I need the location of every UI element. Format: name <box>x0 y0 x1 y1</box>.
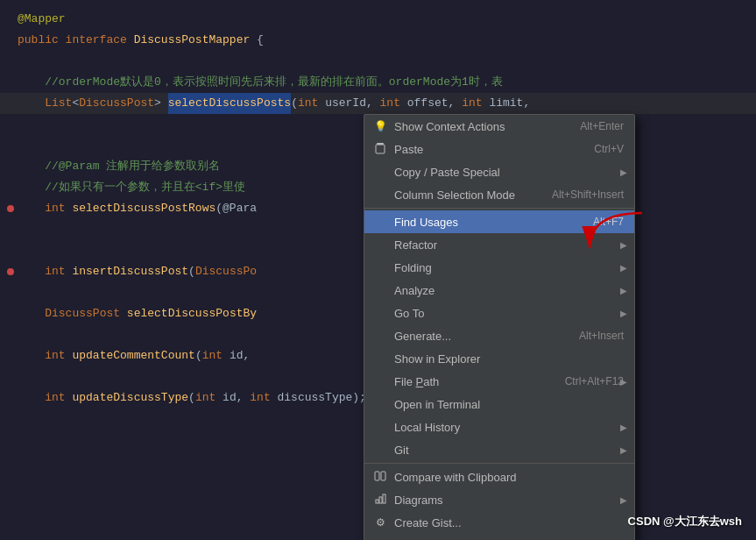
svg-rect-6 <box>383 494 385 503</box>
menu-label-column-selection: Column Selection Mode <box>394 188 545 202</box>
code-line-2: public interface DiscussPostMapper { <box>0 30 756 51</box>
menu-label-compare-clipboard: Compare with Clipboard <box>394 471 624 484</box>
menu-label-generate: Generate... <box>394 330 572 343</box>
code-line-5: List < DiscussPost > selectDiscussPosts … <box>0 93 756 114</box>
menu-label-local-history: Local History <box>394 421 624 434</box>
menu-label-git: Git <box>394 444 624 457</box>
menu-shortcut-paste: Ctrl+V <box>594 143 624 155</box>
menu-item-diagrams[interactable]: Diagrams <box>364 488 634 511</box>
menu-label-go-to: Go To <box>394 307 624 320</box>
menu-item-file-path[interactable]: File Path Ctrl+Alt+F12 <box>364 370 634 393</box>
red-arrow-annotation <box>581 209 651 257</box>
code-line-1: @Mapper <box>0 9 756 30</box>
svg-rect-5 <box>379 497 382 503</box>
code-line-4: //orderMode默认是0，表示按照时间先后来排，最新的排在前面。order… <box>0 72 756 93</box>
menu-label-create-gist: Create Gist... <box>394 516 624 529</box>
paste-icon <box>371 142 389 157</box>
menu-item-analyze[interactable]: Analyze <box>364 279 634 302</box>
menu-item-go-to[interactable]: Go To <box>364 302 634 324</box>
menu-label-copy-paste-special: Copy / Paste Special <box>394 166 624 179</box>
lightbulb-icon: 💡 <box>371 120 389 132</box>
menu-label-show-context: Show Context Actions <box>394 120 573 133</box>
menu-label-folding: Folding <box>394 261 624 274</box>
menu-item-paste[interactable]: Paste Ctrl+V <box>364 138 634 160</box>
menu-shortcut-show-context: Alt+Enter <box>580 120 624 132</box>
menu-shortcut-column-selection: Alt+Shift+Insert <box>552 188 624 201</box>
menu-label-diagrams: Diagrams <box>394 494 624 507</box>
svg-rect-4 <box>376 500 378 503</box>
menu-separator-2 <box>364 463 634 464</box>
menu-item-create-gist[interactable]: ⚙ Create Gist... <box>364 511 634 534</box>
svg-rect-1 <box>376 145 385 153</box>
code-line-3 <box>0 51 756 72</box>
menu-item-open-terminal[interactable]: Open in Terminal <box>364 393 634 416</box>
gist-icon: ⚙ <box>371 516 389 529</box>
menu-label-open-terminal: Open in Terminal <box>394 398 624 411</box>
menu-label-show-explorer: Show in Explorer <box>394 352 624 366</box>
menu-item-folding[interactable]: Folding <box>364 256 634 279</box>
menu-item-copy-paste-special[interactable]: Copy / Paste Special <box>364 160 634 183</box>
menu-shortcut-file-path: Ctrl+Alt+F12 <box>565 375 624 387</box>
context-menu: 💡 Show Context Actions Alt+Enter Paste C… <box>364 114 635 540</box>
menu-label-find-usages: Find Usages <box>394 216 586 229</box>
menu-item-generate[interactable]: Generate... Alt+Insert <box>364 324 634 347</box>
diagrams-icon <box>371 493 389 508</box>
menu-label-paste: Paste <box>394 143 587 156</box>
menu-item-add-gitignore[interactable]: Add to .gitignore file (unignore) <box>364 534 634 540</box>
menu-item-show-explorer[interactable]: Show in Explorer <box>364 347 634 370</box>
menu-label-file-path: File Path <box>394 375 558 388</box>
menu-item-local-history[interactable]: Local History <box>364 416 634 438</box>
compare-icon <box>371 470 389 485</box>
menu-shortcut-generate: Alt+Insert <box>579 330 624 342</box>
svg-rect-2 <box>375 472 379 480</box>
svg-rect-3 <box>381 472 385 480</box>
watermark: CSDN @大江东去wsh <box>628 514 742 529</box>
code-editor: @Mapper public interface DiscussPostMapp… <box>0 0 756 540</box>
menu-item-git[interactable]: Git <box>364 438 634 461</box>
menu-item-compare-clipboard[interactable]: Compare with Clipboard <box>364 465 634 488</box>
menu-item-show-context[interactable]: 💡 Show Context Actions Alt+Enter <box>364 115 634 138</box>
menu-label-analyze: Analyze <box>394 284 624 297</box>
menu-item-column-selection[interactable]: Column Selection Mode Alt+Shift+Insert <box>364 183 634 206</box>
